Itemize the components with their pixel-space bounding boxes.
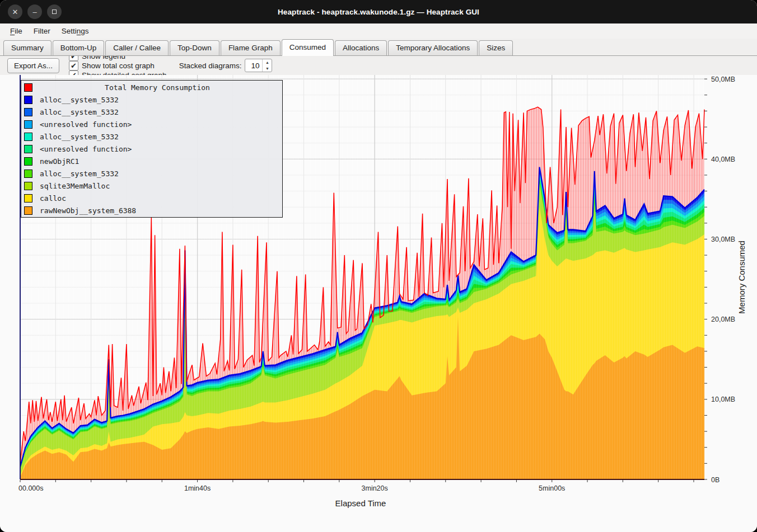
tab-bottom-up[interactable]: Bottom-Up <box>53 40 105 55</box>
legend-label: <unresolved function> <box>40 120 132 129</box>
stepper-arrows[interactable]: ▲ ▼ <box>262 59 272 72</box>
tab-summary[interactable]: Summary <box>3 40 52 55</box>
legend-swatch <box>24 182 32 190</box>
legend-swatch <box>24 194 32 203</box>
title-bar: ✕ – Heaptrack - heaptrack.wakunode.1.gz … <box>0 0 757 23</box>
tab-top-down[interactable]: Top-Down <box>170 40 219 55</box>
menu-settings[interactable]: Settings <box>56 25 95 37</box>
legend-row: alloc__system_5332 <box>21 93 282 106</box>
legend-label: alloc__system_5332 <box>40 108 119 116</box>
stacked-diagrams-stepper[interactable]: 10 ▲ ▼ <box>245 59 272 72</box>
legend-label: alloc__system_5332 <box>40 133 119 141</box>
tab-sizes[interactable]: Sizes <box>479 40 513 55</box>
window-controls: ✕ – <box>8 0 62 23</box>
legend-row: <unresolved function> <box>21 143 282 155</box>
tab-caller-callee[interactable]: Caller / Callee <box>105 40 169 55</box>
legend-swatch <box>24 83 32 92</box>
tab-consumed[interactable]: Consumed <box>282 39 334 56</box>
legend-swatch <box>24 120 32 129</box>
stepper-up-icon[interactable]: ▲ <box>263 59 272 65</box>
legend-row: rawNewObj__system_6388 <box>21 204 282 216</box>
x-axis-title: Elapsed Time <box>335 498 386 508</box>
toolbar: Export As... ✔Show legend✔Show total cos… <box>0 56 757 75</box>
legend-row: alloc__system_5332 <box>21 106 282 118</box>
legend-label: sqlite3MemMalloc <box>40 182 110 190</box>
minimize-icon[interactable]: – <box>27 4 42 19</box>
menu-filter[interactable]: Filter <box>28 25 56 37</box>
checkbox-label: Show total cost graph <box>82 62 155 70</box>
legend-label: newObjRC1 <box>40 157 79 166</box>
menu-file[interactable]: File <box>4 25 28 37</box>
legend-swatch <box>24 206 32 215</box>
legend-swatch <box>24 108 32 116</box>
heaptrack-window: ✕ – Heaptrack - heaptrack.wakunode.1.gz … <box>0 0 757 532</box>
legend-label: alloc__system_5332 <box>40 170 119 178</box>
y-axis-title: Memory Consumed <box>737 241 746 314</box>
window-title: Heaptrack - heaptrack.wakunode.1.gz — He… <box>0 8 757 16</box>
tab-allocations[interactable]: Allocations <box>335 40 387 55</box>
maximize-icon[interactable] <box>47 4 62 19</box>
legend-row: sqlite3MemMalloc <box>21 180 282 192</box>
maximize-square <box>52 10 57 14</box>
legend-row: newObjRC1 <box>21 155 282 167</box>
legend-row: <unresolved function> <box>21 118 282 130</box>
stacked-diagrams-label: Stacked diagrams: <box>179 62 242 70</box>
y-tick-label: 40,0MB <box>711 156 735 163</box>
legend-swatch <box>24 145 32 153</box>
export-as-button[interactable]: Export As... <box>7 58 59 73</box>
y-tick-label: 20,0MB <box>711 316 735 323</box>
legend-label: calloc <box>40 194 66 203</box>
legend-label: rawNewObj__system_6388 <box>40 206 136 215</box>
tab-temporary-allocations[interactable]: Temporary Allocations <box>388 40 478 55</box>
stacked-diagrams-value[interactable]: 10 <box>245 59 262 72</box>
menu-bar: FileFilterSettings <box>0 23 757 39</box>
tab-flame-graph[interactable]: Flame Graph <box>221 40 281 55</box>
chart-legend[interactable]: Total Memory Consumptionalloc__system_53… <box>21 80 283 218</box>
tab-bar: SummaryBottom-UpCaller / CalleeTop-DownF… <box>0 39 757 56</box>
legend-label: alloc__system_5332 <box>40 96 119 104</box>
legend-swatch <box>24 170 32 178</box>
consumed-chart-pane: 00.000s1min40s3min20s5min00s0B10,0MB20,0… <box>0 75 757 532</box>
close-icon[interactable]: ✕ <box>8 4 22 19</box>
stepper-down-icon[interactable]: ▼ <box>263 65 272 72</box>
legend-row: alloc__system_5332 <box>21 167 282 180</box>
x-tick-label: 00.000s <box>18 484 43 492</box>
legend-swatch <box>24 157 32 166</box>
x-tick-label: 3min20s <box>362 484 388 492</box>
y-tick-label: 10,0MB <box>711 396 735 403</box>
legend-label: <unresolved function> <box>40 145 132 153</box>
legend-title-row: Total Memory Consumption <box>21 81 282 93</box>
x-tick-label: 5min00s <box>539 484 565 492</box>
legend-row: alloc__system_5332 <box>21 130 282 143</box>
y-tick-label: 0B <box>711 476 719 484</box>
y-tick-label: 30,0MB <box>711 236 735 243</box>
y-tick-label: 50,0MB <box>711 76 735 83</box>
checkbox-icon[interactable]: ✔ <box>69 61 78 70</box>
legend-swatch <box>24 133 32 141</box>
checkbox-show-total-cost-graph[interactable]: ✔Show total cost graph <box>69 61 167 70</box>
legend-row: calloc <box>21 192 282 204</box>
x-tick-label: 1min40s <box>184 484 211 492</box>
legend-swatch <box>24 96 32 104</box>
legend-label: Total Memory Consumption <box>32 83 282 92</box>
